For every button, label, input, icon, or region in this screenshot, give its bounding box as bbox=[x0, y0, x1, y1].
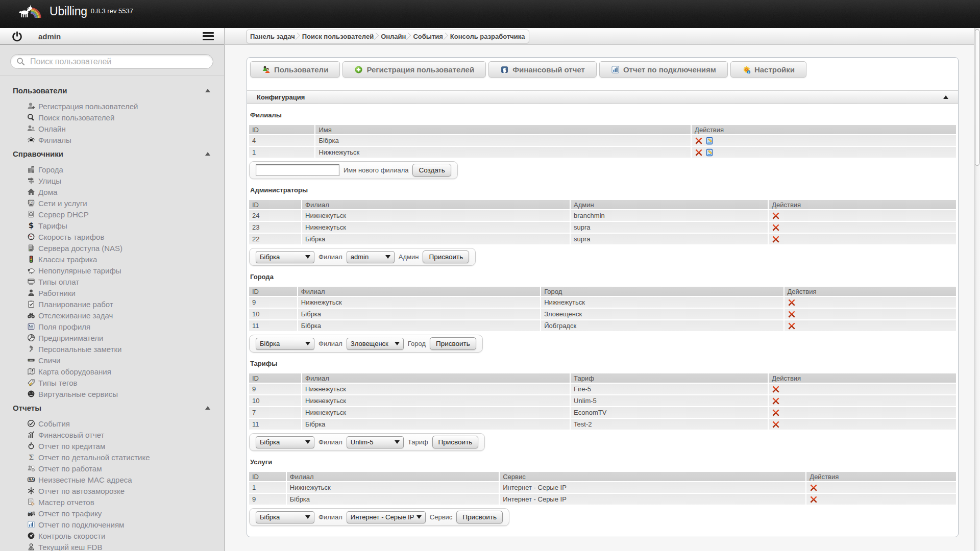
scrollbar-thumb[interactable] bbox=[975, 29, 979, 166]
sidebar-item-chartup[interactable]: Финансовый отчет bbox=[0, 429, 224, 440]
delete-icon[interactable] bbox=[810, 495, 818, 504]
sidebar-item-street[interactable]: Улицы bbox=[0, 175, 224, 186]
unicorn-rainbow-logo bbox=[19, 5, 43, 18]
breadcrumb-item[interactable]: Консоль разработчика bbox=[447, 30, 529, 43]
sidebar-section-header[interactable]: Отчеты bbox=[13, 404, 210, 412]
assign-button[interactable]: Присвоить bbox=[423, 251, 469, 263]
section-table: IDФилиалАдминДействия 24Нижнежутьскbranc… bbox=[248, 199, 957, 245]
brand[interactable]: Ubilling 0.8.3 rev 5537 bbox=[19, 5, 133, 18]
sidebar-item-fdb[interactable]: Текущий кеш FDB bbox=[0, 541, 224, 551]
sidebar-item-payments[interactable]: Типы оплат bbox=[0, 276, 224, 287]
sidebar-item-map[interactable]: Карта оборудования bbox=[0, 366, 224, 377]
form-select[interactable]: Unlim-5 bbox=[347, 436, 404, 448]
sidebar-item-virtual[interactable]: Виртуальные сервисы bbox=[0, 388, 224, 399]
config-panel-header[interactable]: Конфигурация bbox=[247, 90, 958, 104]
shortcut-tab-add[interactable]: Регистрация пользователей bbox=[342, 61, 486, 78]
menu-toggle-icon[interactable] bbox=[203, 32, 214, 41]
form-select[interactable]: Бібрка bbox=[256, 511, 314, 523]
sidebar-item-spider[interactable]: Филиалы bbox=[0, 134, 224, 145]
sidebar-item-traffic[interactable]: Классы трафика bbox=[0, 254, 224, 265]
delete-icon[interactable] bbox=[772, 397, 780, 405]
form-select[interactable]: admin bbox=[347, 251, 395, 263]
sidebar-item-works[interactable]: Отчет по работам bbox=[0, 463, 224, 474]
sidebar-item-dollar[interactable]: Тарифы bbox=[0, 220, 224, 231]
shortcut-tab-conn[interactable]: Отчет по подключениям bbox=[599, 61, 728, 78]
form-select[interactable]: Бібрка bbox=[256, 251, 314, 263]
sidebar-item-dhcp[interactable]: Сервер DHCP bbox=[0, 209, 224, 220]
sidebar-item-events[interactable]: События bbox=[0, 418, 224, 429]
sidebar-item-switch[interactable]: Свичи bbox=[0, 355, 224, 366]
collapse-arrow-icon[interactable] bbox=[205, 89, 210, 92]
sidebar-item-snow[interactable]: Отчет по автозаморозке bbox=[0, 485, 224, 496]
select-value: admin bbox=[351, 253, 369, 261]
delete-icon[interactable] bbox=[788, 322, 796, 330]
sidebar-item-network[interactable]: Сети и услуги bbox=[0, 197, 224, 209]
sidebar-item-connrep[interactable]: Отчет по подключениям bbox=[0, 519, 224, 530]
assign-button[interactable]: Присвоить bbox=[432, 436, 479, 448]
sidebar-item-pin[interactable]: Персональные заметки bbox=[0, 343, 224, 355]
assign-button[interactable]: Присвоить bbox=[456, 511, 503, 523]
form-select[interactable]: Бібрка bbox=[256, 436, 314, 448]
delete-icon[interactable] bbox=[788, 310, 796, 318]
sidebar-item-employee[interactable]: Работники bbox=[0, 287, 224, 298]
sidebar-item-cars[interactable]: Отчет по трафику bbox=[0, 508, 224, 519]
collapse-arrow-icon[interactable] bbox=[205, 406, 210, 410]
logout-power-icon[interactable] bbox=[12, 31, 22, 42]
sidebar-item-search[interactable]: Поиск пользователей bbox=[0, 112, 224, 123]
sidebar-item-speed[interactable]: Скорость тарифов bbox=[0, 231, 224, 242]
dollar-icon bbox=[27, 221, 35, 230]
shortcut-tab-settings[interactable]: Настройки bbox=[730, 61, 806, 78]
delete-icon[interactable] bbox=[772, 223, 780, 232]
sidebar-section-header[interactable]: Пользователи bbox=[13, 86, 210, 95]
sidebar-item-binoculars[interactable]: Отслеживание задач bbox=[0, 310, 224, 321]
sheep-icon bbox=[27, 266, 35, 274]
shortcut-tab-finance[interactable]: Финансовый отчет bbox=[488, 61, 597, 78]
sidebar-item-city[interactable]: Города bbox=[0, 164, 224, 175]
delete-icon[interactable] bbox=[772, 385, 780, 393]
delete-icon[interactable] bbox=[772, 235, 780, 243]
delete-icon[interactable] bbox=[772, 420, 780, 429]
config-collapse-arrow-icon[interactable] bbox=[943, 95, 948, 99]
table-cell: Зловещенск bbox=[541, 309, 783, 319]
table-cell: Бібрка bbox=[298, 320, 540, 331]
sidebar-item-nas[interactable]: Сервера доступа (NAS) bbox=[0, 242, 224, 254]
sidebar-item-user-add[interactable]: Регистрация пользователей bbox=[0, 101, 224, 112]
new-item-input[interactable] bbox=[256, 164, 339, 176]
delete-icon[interactable] bbox=[810, 484, 818, 492]
sidebar-item-speedctl[interactable]: Контроль скорости bbox=[0, 530, 224, 541]
edit-icon[interactable] bbox=[705, 148, 714, 157]
sidebar-item-tag[interactable]: Типы тегов bbox=[0, 377, 224, 388]
sidebar-item-sigma[interactable]: Отчет по детальной статистике bbox=[0, 452, 224, 463]
sidebar-item-noose[interactable]: Отчет по кредитам bbox=[0, 440, 224, 452]
section-table: IDФилиалГородДействия 9НижнежутьскНижнеж… bbox=[248, 286, 957, 332]
search-input[interactable] bbox=[10, 54, 213, 69]
breadcrumb-item[interactable]: Панель задач bbox=[247, 30, 299, 43]
sidebar-item-users[interactable]: Онлайн bbox=[0, 123, 224, 134]
sidebar-item-pie[interactable]: Предприниматели bbox=[0, 332, 224, 343]
collapse-arrow-icon[interactable] bbox=[205, 152, 210, 156]
sidebar-item-wizard[interactable]: Мастер отчетов bbox=[0, 496, 224, 508]
table-cell: Нижнежутьск bbox=[315, 147, 691, 158]
sidebar-item-planning[interactable]: Планирование работ bbox=[0, 298, 224, 310]
sidebar-item-sheep[interactable]: Непопулярные тарифы bbox=[0, 265, 224, 276]
assign-button[interactable]: Присвоить bbox=[430, 337, 476, 350]
breadcrumb-item[interactable]: Поиск пользователей bbox=[299, 30, 377, 43]
form-select[interactable]: Бібрка bbox=[256, 338, 314, 350]
sidebar-item-house[interactable]: Дома bbox=[0, 186, 224, 197]
edit-icon[interactable] bbox=[705, 137, 714, 145]
delete-icon[interactable] bbox=[788, 298, 796, 307]
sidebar-section-header[interactable]: Справочники bbox=[13, 149, 210, 158]
form-select[interactable]: Зловещенск bbox=[347, 338, 404, 350]
create-button[interactable]: Создать bbox=[412, 164, 451, 177]
vertical-scrollbar[interactable] bbox=[974, 28, 980, 551]
delete-icon[interactable] bbox=[695, 148, 703, 157]
delete-icon[interactable] bbox=[772, 212, 780, 220]
delete-icon[interactable] bbox=[772, 409, 780, 417]
delete-icon[interactable] bbox=[695, 137, 703, 145]
table-row: 7НижнежутьскEconomTV bbox=[249, 407, 956, 418]
sidebar-item-na[interactable]: Неизвестные MAC адреса bbox=[0, 474, 224, 485]
sidebar-item-fields[interactable]: Поля профиля bbox=[0, 321, 224, 332]
form-label: Сервис bbox=[430, 513, 453, 521]
shortcut-tab-users[interactable]: Пользователи bbox=[250, 61, 340, 78]
form-select[interactable]: Интернет - Серые IP bbox=[347, 511, 426, 523]
